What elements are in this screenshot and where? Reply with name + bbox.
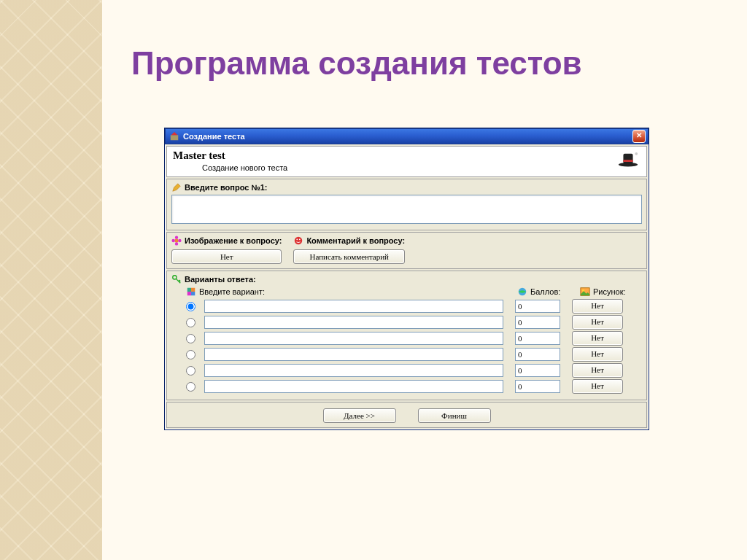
svg-point-12 bbox=[299, 238, 301, 240]
svg-point-10 bbox=[295, 237, 303, 245]
answers-label: Варианты ответа: bbox=[185, 275, 256, 284]
question-label: Введите вопрос №1: bbox=[185, 183, 267, 192]
answer-row: Нет bbox=[186, 315, 642, 330]
answer-row: Нет bbox=[186, 379, 642, 394]
answer-points-input[interactable] bbox=[515, 332, 560, 345]
next-button[interactable]: Далее >> bbox=[323, 408, 396, 423]
svg-point-8 bbox=[171, 239, 174, 242]
titlebar[interactable]: Создание теста ✕ bbox=[165, 128, 649, 144]
svg-rect-14 bbox=[187, 288, 191, 292]
header-panel: Master test Создание нового теста bbox=[166, 146, 647, 177]
answer-points-input[interactable] bbox=[515, 316, 560, 329]
answer-variant-input[interactable] bbox=[204, 364, 503, 377]
question-section: Введите вопрос №1: bbox=[166, 179, 647, 230]
col-picture: Рисунок: bbox=[593, 287, 626, 296]
answer-picture-button[interactable]: Нет bbox=[572, 347, 623, 362]
answer-variant-input[interactable] bbox=[204, 348, 503, 361]
finish-button[interactable]: Финиш bbox=[418, 408, 491, 423]
pencil-icon bbox=[171, 182, 182, 192]
answer-picture-button[interactable]: Нет bbox=[572, 331, 623, 346]
col-variant: Введите вариант: bbox=[199, 287, 265, 296]
window-title: Создание теста bbox=[183, 132, 245, 141]
svg-point-9 bbox=[178, 239, 181, 242]
answer-row: Нет bbox=[186, 299, 642, 314]
svg-rect-16 bbox=[187, 292, 191, 295]
svg-point-6 bbox=[175, 236, 178, 238]
answer-variant-input[interactable] bbox=[204, 332, 503, 345]
answer-points-input[interactable] bbox=[515, 364, 560, 377]
slide-title: Программа создания тестов bbox=[131, 45, 582, 82]
close-button[interactable]: ✕ bbox=[632, 130, 646, 143]
answer-radio[interactable] bbox=[186, 366, 196, 376]
image-button[interactable]: Нет bbox=[171, 249, 282, 264]
answer-row: Нет bbox=[186, 347, 642, 362]
wizard-hat-icon bbox=[617, 151, 639, 167]
svg-point-7 bbox=[175, 242, 178, 245]
answer-picture-button[interactable]: Нет bbox=[572, 299, 623, 314]
answer-radio[interactable] bbox=[186, 350, 196, 359]
answer-row: Нет bbox=[186, 363, 642, 378]
dialog-window: Создание теста ✕ Master test Создание но… bbox=[164, 128, 649, 430]
footer-bar: Далее >> Финиш bbox=[166, 402, 647, 428]
answers-section: Варианты ответа: Введите вариант: Баллов… bbox=[166, 271, 647, 400]
answer-picture-button[interactable]: Нет bbox=[572, 379, 623, 394]
flower-icon bbox=[171, 236, 182, 246]
svg-point-11 bbox=[297, 238, 298, 240]
answer-points-input[interactable] bbox=[515, 380, 560, 393]
image-comment-section: Изображение к вопросу: Нет Комментарий к… bbox=[166, 232, 647, 269]
comment-button[interactable]: Написать комментарий bbox=[293, 249, 405, 264]
answer-variant-input[interactable] bbox=[204, 300, 503, 313]
svg-rect-17 bbox=[191, 292, 195, 295]
answer-points-input[interactable] bbox=[515, 348, 560, 361]
answer-picture-button[interactable]: Нет bbox=[572, 315, 623, 330]
svg-point-4 bbox=[635, 152, 638, 155]
app-icon bbox=[169, 131, 179, 141]
answer-radio[interactable] bbox=[186, 334, 196, 343]
header-subtitle: Создание нового теста bbox=[202, 163, 640, 172]
col-points: Баллов: bbox=[530, 287, 560, 296]
picture-icon bbox=[580, 287, 590, 297]
image-label: Изображение к вопросу: bbox=[185, 236, 282, 245]
key-icon bbox=[171, 274, 182, 284]
answer-radio[interactable] bbox=[186, 302, 196, 311]
svg-rect-2 bbox=[623, 154, 632, 164]
answer-points-input[interactable] bbox=[515, 300, 560, 313]
svg-point-5 bbox=[174, 238, 178, 242]
svg-rect-3 bbox=[623, 160, 632, 162]
answer-variant-input[interactable] bbox=[204, 316, 503, 329]
svg-rect-0 bbox=[171, 135, 179, 140]
answer-picture-button[interactable]: Нет bbox=[572, 363, 623, 378]
svg-rect-15 bbox=[191, 288, 195, 292]
header-title: Master test bbox=[173, 149, 640, 162]
answer-radio[interactable] bbox=[186, 318, 196, 327]
answer-row: Нет bbox=[186, 331, 642, 346]
globe-icon bbox=[517, 287, 527, 297]
question-input[interactable] bbox=[171, 195, 642, 224]
puzzle-icon bbox=[186, 287, 196, 297]
answer-radio[interactable] bbox=[186, 382, 196, 392]
comment-icon bbox=[293, 236, 303, 246]
side-pattern bbox=[0, 0, 102, 560]
answer-variant-input[interactable] bbox=[204, 380, 503, 393]
comment-label: Комментарий к вопросу: bbox=[306, 236, 405, 245]
